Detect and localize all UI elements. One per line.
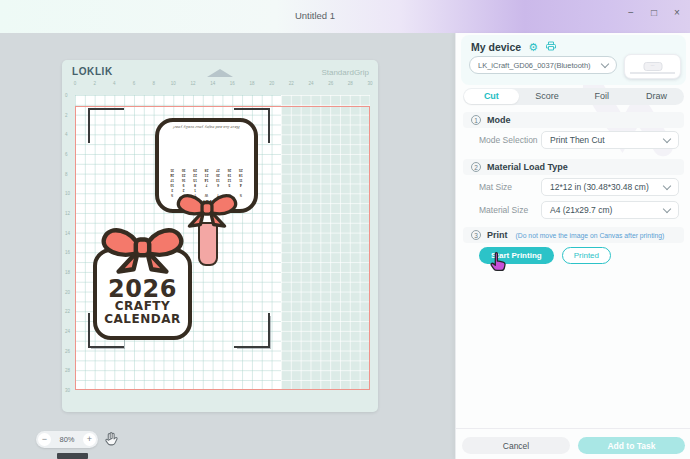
tab-cut[interactable]: Cut — [464, 89, 519, 104]
calendar-day: 22 — [189, 174, 200, 178]
setting-select-mode-selection[interactable]: Print Then Cut — [541, 131, 679, 149]
device-thumbnail: ⋯ — [624, 54, 681, 79]
setting-label: Mode Selection — [479, 135, 541, 145]
ruler-top-tick: 18 — [250, 81, 255, 86]
add-to-task-button[interactable]: Add to Task — [578, 437, 685, 454]
ruler-left-tick: 0 — [65, 93, 68, 98]
section-header-mode: 1 Mode — [463, 112, 684, 128]
bottom-dark-bar — [57, 453, 88, 459]
calendar-day: 16 — [178, 179, 189, 183]
ruler-top-tick: 8 — [152, 81, 155, 86]
cover-year-text: 2026 — [108, 278, 177, 300]
ruler-left-tick: 26 — [65, 348, 70, 353]
calendar-day: 20 — [212, 174, 223, 178]
ruler-left-tick: 8 — [65, 171, 68, 176]
operation-tabs: CutScoreFoilDraw — [463, 88, 684, 105]
calendar-day: 19 — [224, 174, 235, 178]
setting-select-material-size[interactable]: A4 (21x29.7 cm) — [541, 201, 679, 219]
setting-row: Mode SelectionPrint Then Cut — [479, 131, 679, 149]
zoom-out-button[interactable]: − — [38, 433, 51, 446]
printed-button[interactable]: Printed — [562, 247, 611, 264]
minimize-button[interactable]: − — [624, 7, 638, 18]
ruler-left-tick: 12 — [65, 211, 70, 216]
ruler-left-tick: 14 — [65, 230, 70, 235]
section-header-material: 2 Material Load Type — [463, 159, 684, 175]
cover-line2-text: CALENDAR — [104, 313, 180, 326]
section-number-1: 1 — [471, 115, 481, 125]
cancel-button[interactable]: Cancel — [462, 437, 570, 454]
setting-row: Material SizeA4 (21x29.7 cm) — [479, 201, 679, 219]
ruler-left-tick: 2 — [65, 112, 68, 117]
pan-hand-icon[interactable] — [103, 430, 121, 448]
ruler-left-tick: 22 — [65, 309, 70, 314]
setting-select-mat-size[interactable]: 12*12 in (30.48*30.48 cm) — [541, 178, 679, 196]
ruler-top-tick: 12 — [191, 81, 196, 86]
mat-brand-logo: LOKLIK — [72, 66, 113, 77]
ruler-left-tick: 20 — [65, 289, 70, 294]
device-settings-icon[interactable]: ⚙ — [528, 42, 538, 53]
ruler-top-tick: 0 — [74, 81, 77, 86]
ruler-top-tick: 2 — [93, 81, 96, 86]
device-thumbnail-button: ⋯ — [643, 62, 662, 71]
setting-value: A4 (21x29.7 cm) — [550, 205, 612, 215]
ruler-left-tick: 28 — [65, 368, 70, 373]
zoom-control: − 80% + — [36, 431, 98, 448]
print-buttons-row: Start PrintingPrinted — [479, 247, 611, 264]
device-panel: My device ⚙ LK_iCraft_GD06_0037(Bluetoot… — [455, 33, 690, 459]
tab-draw[interactable]: Draw — [629, 89, 684, 104]
calendar-day: 17 — [167, 179, 178, 183]
ruler-top-tick: 4 — [113, 81, 116, 86]
title-bar: Untitled 1 − □ × — [0, 0, 690, 33]
zoom-in-button[interactable]: + — [83, 433, 96, 446]
calendar-day: 25 — [235, 169, 246, 173]
calendar-day: 18 — [235, 174, 246, 178]
calendar-day: 11 — [235, 179, 246, 183]
ruler-left-tick: 18 — [65, 270, 70, 275]
canvas-area[interactable]: LOKLIK StandardGrip 02468101214161820222… — [0, 33, 455, 459]
start-printing-button[interactable]: Start Printing — [479, 247, 554, 264]
ruler-top-tick: 26 — [328, 81, 333, 86]
chevron-down-icon — [663, 204, 671, 212]
ruler-left-tick: 16 — [65, 250, 70, 255]
tab-foil[interactable]: Foil — [575, 89, 630, 104]
printer-icon[interactable] — [545, 38, 557, 56]
device-selector[interactable]: LK_iCraft_GD06_0037(Bluetooth) — [469, 56, 617, 74]
calendar-day: 26 — [224, 169, 235, 173]
section-header-print: 3 Print (Do not move the image on Canvas… — [463, 227, 684, 243]
calendar-day: 28 — [201, 169, 212, 173]
chevron-down-icon — [663, 181, 671, 189]
ruler-left-tick: 6 — [65, 152, 68, 157]
ruler-left-tick: 30 — [65, 388, 70, 393]
chevron-down-icon — [601, 59, 609, 67]
section-title-print: Print — [487, 230, 508, 240]
setting-label: Mat Size — [479, 182, 541, 192]
setting-value: 12*12 in (30.48*30.48 cm) — [550, 182, 649, 192]
mat-grip-label: StandardGrip — [321, 68, 369, 77]
setting-value: Print Then Cut — [550, 135, 605, 145]
window-controls: − □ × — [624, 7, 684, 18]
my-device-title: My device — [471, 41, 521, 53]
registration-mark-top-left — [88, 108, 124, 143]
calendar-day: 30 — [178, 169, 189, 173]
tab-score[interactable]: Score — [520, 89, 575, 104]
ruler-top-tick: 6 — [133, 81, 136, 86]
ruler-top-tick: 10 — [171, 81, 176, 86]
footer-divider — [456, 428, 690, 429]
ruler-top-tick: 28 — [348, 81, 353, 86]
ruler-left: 024681012141618202224262830 — [62, 60, 72, 412]
ruler-top: 024681012141618202224262830 — [62, 81, 378, 89]
setting-row: Mat Size12*12 in (30.48*30.48 cm) — [479, 178, 679, 196]
calendar-script-text: Have fun and enjoy your crafty year! — [164, 125, 249, 129]
ruler-top-tick: 20 — [269, 81, 274, 86]
calendar-day: 21 — [201, 174, 212, 178]
maximize-button[interactable]: □ — [647, 7, 661, 18]
calendar-day: 15 — [189, 179, 200, 183]
cutting-mat[interactable]: LOKLIK StandardGrip 02468101214161820222… — [62, 60, 378, 412]
close-button[interactable]: × — [670, 7, 684, 18]
ruler-top-tick: 14 — [210, 81, 215, 86]
device-thumbnail-slot — [630, 72, 675, 74]
device-selector-value: LK_iCraft_GD06_0037(Bluetooth) — [478, 61, 591, 70]
calendar-day: 24 — [167, 174, 178, 178]
bow-icon-jar[interactable] — [97, 218, 188, 276]
ruler-left-tick: 24 — [65, 329, 70, 334]
